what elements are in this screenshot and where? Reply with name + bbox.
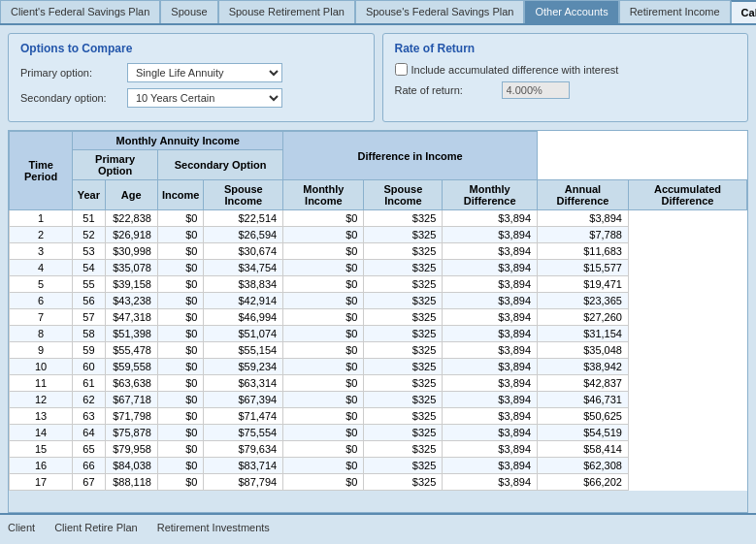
table-cell: 7 (10, 309, 73, 326)
bottom-bar: Client Client Retire Plan Retirement Inv… (0, 513, 756, 540)
table-cell: $325 (364, 243, 443, 260)
options-panel: Options to Compare Primary option: Singl… (8, 33, 375, 122)
table-cell: $19,471 (538, 276, 629, 293)
data-table-container: Time Period Monthly Annuity Income Diffe… (8, 130, 748, 513)
table-cell: $3,894 (443, 326, 538, 342)
table-cell: $325 (364, 458, 443, 474)
table-cell: $325 (364, 210, 443, 227)
table-cell: $54,519 (538, 425, 629, 441)
table-cell: $26,918 (105, 227, 157, 243)
table-cell: $31,154 (538, 326, 629, 342)
table-row: 252$26,918$0$26,594$0$325$3,894$7,788 (10, 227, 747, 243)
bottom-bar-client[interactable]: Client (8, 522, 35, 533)
table-cell: $83,714 (204, 458, 283, 474)
table-cell: $58,414 (538, 441, 629, 458)
table-cell: 66 (73, 458, 105, 474)
rate-input[interactable] (502, 81, 570, 99)
table-cell: 65 (73, 441, 105, 458)
table-row: 555$39,158$0$38,834$0$325$3,894$19,471 (10, 276, 747, 293)
tab-retirement-income[interactable]: Retirement Income (619, 0, 731, 23)
table-cell: $3,894 (443, 408, 538, 425)
accumulated-difference-checkbox[interactable] (395, 63, 408, 76)
table-cell: $0 (283, 441, 364, 458)
secondary-option-select[interactable]: 10 Years Certain (127, 88, 282, 108)
tab-spouse-retirement[interactable]: Spouse Retirement Plan (218, 0, 355, 23)
options-panel-title: Options to Compare (20, 42, 362, 55)
table-cell: 10 (10, 359, 73, 375)
table-cell: $75,554 (204, 425, 283, 441)
tab-other-accounts[interactable]: Other Accounts (524, 0, 618, 23)
table-cell: $62,308 (538, 458, 629, 474)
table-cell: $51,074 (204, 326, 283, 342)
table-cell: $34,754 (204, 260, 283, 276)
table-cell: $0 (157, 227, 204, 243)
table-cell: $23,365 (538, 293, 629, 309)
table-cell: $42,914 (204, 293, 283, 309)
tab-spouses-federal[interactable]: Spouse's Federal Savings Plan (355, 0, 525, 23)
table-cell: 17 (10, 474, 73, 491)
table-cell: 63 (73, 408, 105, 425)
tab-spouse[interactable]: Spouse (160, 0, 217, 23)
table-cell: $0 (283, 342, 364, 359)
top-tab-bar: Client's Federal Savings Plan Spouse Spo… (0, 0, 756, 25)
table-cell: 60 (73, 359, 105, 375)
bottom-bar-client-retire[interactable]: Client Retire Plan (54, 522, 138, 533)
col-header-income: Income (157, 180, 204, 210)
table-cell: $325 (364, 392, 443, 408)
table-row: 454$35,078$0$34,754$0$325$3,894$15,577 (10, 260, 747, 276)
table-cell: $51,398 (105, 326, 157, 342)
table-row: 1565$79,958$0$79,634$0$325$3,894$58,414 (10, 441, 747, 458)
table-cell: $0 (283, 408, 364, 425)
table-row: 656$43,238$0$42,914$0$325$3,894$23,365 (10, 293, 747, 309)
table-cell: $38,834 (204, 276, 283, 293)
table-cell: $325 (364, 227, 443, 243)
table-cell: $325 (364, 359, 443, 375)
table-cell: $3,894 (443, 342, 538, 359)
table-cell: $3,894 (443, 359, 538, 375)
table-cell: $0 (283, 227, 364, 243)
table-cell: $0 (283, 309, 364, 326)
col-header-monthly-annuity: Monthly Annuity Income (73, 132, 283, 150)
table-cell: $47,318 (105, 309, 157, 326)
scroll-area[interactable]: Time Period Monthly Annuity Income Diffe… (9, 131, 747, 512)
table-cell: $0 (283, 474, 364, 491)
table-cell: $0 (283, 260, 364, 276)
table-cell: $3,894 (443, 227, 538, 243)
table-cell: 14 (10, 425, 73, 441)
table-cell: $3,894 (443, 458, 538, 474)
table-cell: $3,894 (538, 210, 629, 227)
table-cell: $3,894 (443, 441, 538, 458)
tab-clients-federal[interactable]: Client's Federal Savings Plan (0, 0, 160, 23)
table-cell: $55,154 (204, 342, 283, 359)
table-cell: $84,038 (105, 458, 157, 474)
table-cell: 59 (73, 342, 105, 359)
table-cell: $0 (157, 326, 204, 342)
table-row: 1161$63,638$0$63,314$0$325$3,894$42,837 (10, 375, 747, 392)
secondary-option-label: Secondary option: (20, 92, 127, 104)
table-cell: $0 (283, 359, 364, 375)
primary-option-select[interactable]: Single Life Annuity (127, 63, 282, 82)
table-cell: $38,942 (538, 359, 629, 375)
table-cell: $71,474 (204, 408, 283, 425)
table-cell: $0 (157, 276, 204, 293)
table-row: 959$55,478$0$55,154$0$325$3,894$35,048 (10, 342, 747, 359)
table-cell: $325 (364, 441, 443, 458)
table-cell: $0 (157, 210, 204, 227)
table-cell: 57 (73, 309, 105, 326)
table-cell: $0 (157, 441, 204, 458)
tab-calculations[interactable]: Calculations (731, 0, 756, 23)
table-cell: $325 (364, 375, 443, 392)
table-cell: $59,558 (105, 359, 157, 375)
table-cell: $22,838 (105, 210, 157, 227)
bottom-bar-retirement-investments[interactable]: Retirement Investments (157, 522, 270, 533)
table-cell: $3,894 (443, 474, 538, 491)
table-cell: $55,478 (105, 342, 157, 359)
table-cell: 15 (10, 441, 73, 458)
table-cell: $0 (157, 342, 204, 359)
table-cell: $39,158 (105, 276, 157, 293)
table-cell: $71,798 (105, 408, 157, 425)
table-cell: $35,078 (105, 260, 157, 276)
table-cell: $30,674 (204, 243, 283, 260)
table-row: 353$30,998$0$30,674$0$325$3,894$11,683 (10, 243, 747, 260)
table-cell: 6 (10, 293, 73, 309)
